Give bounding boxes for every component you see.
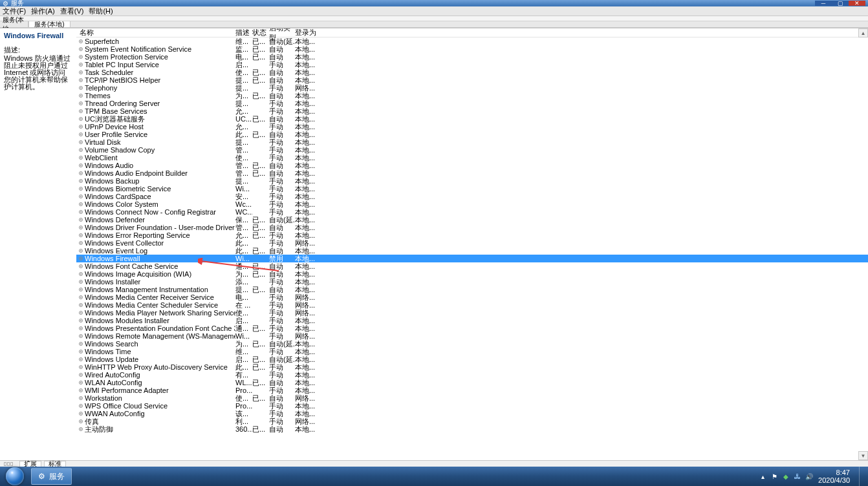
grid-rows[interactable]: Superfetch维...已...自动(延...本地...System Eve… bbox=[76, 37, 868, 460]
service-row[interactable]: System Protection Service电...已...自动本地... bbox=[76, 53, 868, 61]
service-row[interactable]: Windows Error Reporting Service允...已...手… bbox=[76, 231, 868, 239]
col-state[interactable]: 状态 bbox=[252, 28, 269, 37]
service-gear-icon bbox=[76, 116, 85, 122]
grid-header[interactable]: 名称 描述 状态 启动类型 登录为 bbox=[76, 28, 868, 37]
tray-network-icon[interactable]: 🖧 bbox=[794, 472, 801, 480]
menu-action[interactable]: 操作(A) bbox=[31, 6, 55, 16]
menu-help[interactable]: 帮助(H) bbox=[89, 6, 113, 16]
service-row[interactable]: Windows CardSpace安...手动本地... bbox=[76, 193, 868, 200]
service-row[interactable]: WLAN AutoConfigWL...已...自动本地... bbox=[76, 379, 868, 386]
menu-view[interactable]: 查看(V) bbox=[60, 6, 84, 16]
service-row[interactable]: WebClient使...手动本地... bbox=[76, 154, 868, 162]
tray-chevron-icon[interactable]: ▴ bbox=[759, 472, 766, 480]
scroll-up-button[interactable]: ▲ bbox=[858, 28, 868, 37]
tray-shield-icon[interactable]: ◆ bbox=[782, 472, 790, 480]
service-row[interactable]: Windows Driver Foundation - User-mode Dr… bbox=[76, 224, 868, 231]
service-row[interactable]: Windows Management Instrumentation提...已.… bbox=[76, 286, 868, 293]
service-row[interactable]: User Profile Service此...已...自动本地... bbox=[76, 131, 868, 138]
service-row[interactable]: Thread Ordering Server提...手动本地... bbox=[76, 100, 868, 107]
service-row[interactable]: Windows Event Collector此...手动网络... bbox=[76, 239, 868, 247]
service-row[interactable]: Windows Audio管...已...自动本地... bbox=[76, 162, 868, 169]
service-gear-icon bbox=[76, 162, 85, 169]
service-row[interactable]: Windows Connect Now - Config RegistrarWC… bbox=[76, 208, 868, 216]
service-row[interactable]: Windows Image Acquisition (WIA)为...已...自… bbox=[76, 270, 868, 278]
service-gear-icon bbox=[76, 294, 85, 301]
service-gear-icon bbox=[76, 193, 85, 200]
service-grid: 名称 描述 状态 启动类型 登录为 Superfetch维...已...自动(延… bbox=[76, 28, 868, 460]
service-row[interactable]: Windows Event Log此...已...自动本地... bbox=[76, 247, 868, 255]
col-name[interactable]: 名称 bbox=[76, 28, 235, 37]
svg-point-13 bbox=[80, 87, 81, 89]
service-row[interactable]: 主动防御360...已...自动本地... bbox=[76, 425, 868, 433]
service-row[interactable]: Windows Biometric ServiceWi...手动本地... bbox=[76, 185, 868, 193]
service-row[interactable]: Windows Presentation Foundation Font Cac… bbox=[76, 324, 868, 332]
service-row[interactable]: Telephony提...手动网络... bbox=[76, 84, 868, 92]
menu-file[interactable]: 文件(F) bbox=[3, 6, 26, 16]
tray-time: 8:47 bbox=[818, 469, 850, 476]
taskbar[interactable]: ⚙ 服务 ▴ ⚑ ◆ 🖧 🔊 8:47 2020/4/30 bbox=[0, 467, 868, 486]
service-row[interactable]: Windows Remote Management (WS-Management… bbox=[76, 332, 868, 340]
service-gear-icon bbox=[76, 410, 85, 417]
service-row[interactable]: Superfetch维...已...自动(延...本地... bbox=[76, 37, 868, 45]
service-row[interactable]: UC浏览器基础服务UC...已...自动本地... bbox=[76, 115, 868, 123]
scroll-down-button[interactable]: ▼ bbox=[858, 451, 868, 460]
svg-point-91 bbox=[80, 390, 81, 391]
service-gear-icon bbox=[76, 403, 85, 409]
service-row[interactable]: Windows Media Player Network Sharing Ser… bbox=[76, 309, 868, 317]
service-gear-icon bbox=[76, 271, 85, 277]
service-row[interactable]: Windows Update启...已...自动(延...本地... bbox=[76, 355, 868, 363]
service-row[interactable]: Windows Backup提...手动本地... bbox=[76, 177, 868, 185]
service-row[interactable]: UPnP Device Host允...手动本地... bbox=[76, 123, 868, 131]
service-row[interactable]: Windows Modules Installer启...手动本地... bbox=[76, 317, 868, 324]
maximize-button[interactable]: ▢ bbox=[832, 1, 849, 6]
service-row[interactable]: WinHTTP Web Proxy Auto-Discovery Service… bbox=[76, 363, 868, 371]
tab-extended[interactable]: 扩展 bbox=[19, 461, 41, 467]
service-gear-icon bbox=[76, 46, 85, 52]
service-row[interactable]: Windows Installer添...手动本地... bbox=[76, 278, 868, 286]
service-state: 已... bbox=[252, 52, 269, 62]
service-row[interactable]: WPS Office Cloud ServicePro...手动本地... bbox=[76, 402, 868, 410]
content-tab[interactable]: 服务(本地) bbox=[28, 21, 71, 27]
tab-standard[interactable]: 标准 bbox=[44, 461, 66, 467]
tray-flag-icon[interactable]: ⚑ bbox=[770, 472, 778, 480]
service-row[interactable]: Windows Media Center Receiver Service电..… bbox=[76, 293, 868, 301]
svg-point-69 bbox=[80, 304, 81, 306]
close-button[interactable]: ✕ bbox=[849, 1, 865, 6]
service-state: 已... bbox=[252, 378, 269, 388]
start-button[interactable] bbox=[0, 467, 30, 486]
service-row[interactable]: Tablet PC Input Service启...手动本地... bbox=[76, 61, 868, 69]
service-row[interactable]: Windows Media Center Scheduler Service在 … bbox=[76, 301, 868, 309]
window-titlebar[interactable]: ⚙ 服务 ─ ▢ ✕ bbox=[0, 0, 868, 6]
service-row[interactable]: Themes为...已...自动本地... bbox=[76, 92, 868, 100]
service-row[interactable]: Windows Time维...手动本地... bbox=[76, 348, 868, 355]
service-name: Windows Biometric Service bbox=[85, 185, 235, 193]
tray-volume-icon[interactable]: 🔊 bbox=[805, 472, 813, 480]
system-tray[interactable]: ▴ ⚑ ◆ 🖧 🔊 8:47 2020/4/30 bbox=[759, 467, 868, 486]
show-desktop-button[interactable] bbox=[859, 467, 865, 486]
svg-point-1 bbox=[80, 41, 81, 42]
service-row[interactable]: WMI Performance AdapterPro...手动本地... bbox=[76, 386, 868, 394]
service-row[interactable]: Workstation使...已...自动网络... bbox=[76, 394, 868, 402]
service-row[interactable]: Windows Search为...已...自动(延...本地... bbox=[76, 340, 868, 348]
col-desc[interactable]: 描述 bbox=[235, 28, 252, 37]
service-gear-icon bbox=[76, 77, 85, 83]
tray-clock[interactable]: 8:47 2020/4/30 bbox=[818, 469, 850, 484]
taskbar-app-services[interactable]: ⚙ 服务 bbox=[31, 468, 72, 485]
service-row[interactable]: Task Scheduler使...已...自动本地... bbox=[76, 69, 868, 76]
service-row[interactable]: Windows Font Cache Service通...已...自动本地..… bbox=[76, 262, 868, 270]
service-row[interactable]: Windows Audio Endpoint Builder管...已...自动… bbox=[76, 169, 868, 177]
minimize-button[interactable]: ─ bbox=[815, 1, 832, 6]
service-row[interactable]: Virtual Disk提...手动本地... bbox=[76, 138, 868, 146]
tree-root-tab[interactable]: 服务(本地 bbox=[0, 21, 28, 27]
service-row[interactable]: System Event Notification Service监...已..… bbox=[76, 45, 868, 53]
svg-point-87 bbox=[80, 374, 81, 375]
service-row[interactable]: Wired AutoConfig有...手动本地... bbox=[76, 371, 868, 379]
service-row[interactable]: Windows Color SystemWc...手动本地... bbox=[76, 200, 868, 208]
service-row[interactable]: TCP/IP NetBIOS Helper提...已...自动本地... bbox=[76, 76, 868, 84]
selected-service-title: Windows Firewall bbox=[4, 32, 72, 40]
col-logon[interactable]: 登录为 bbox=[295, 28, 318, 37]
service-row[interactable]: Windows FirewallWi...禁用本地... bbox=[76, 255, 868, 262]
service-row[interactable]: Volume Shadow Copy管...手动本地... bbox=[76, 146, 868, 154]
service-name: TCP/IP NetBIOS Helper bbox=[85, 76, 235, 84]
service-row[interactable]: Windows Defender保...已...自动(延...本地... bbox=[76, 216, 868, 224]
